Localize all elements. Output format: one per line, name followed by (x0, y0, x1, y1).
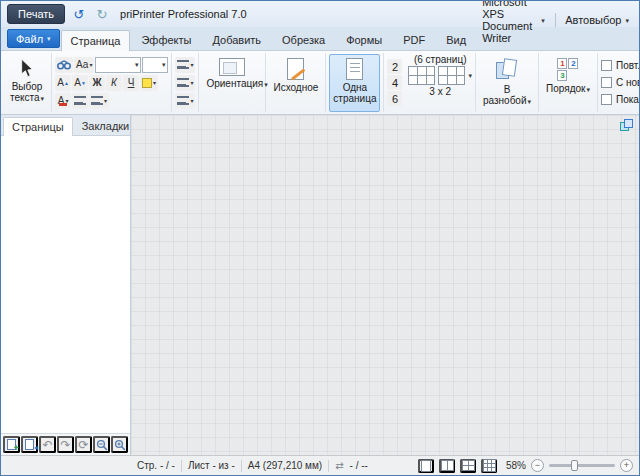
ribbon-group-alignment: ▾ ▾ ▾ (172, 53, 199, 112)
zoom-out-thumbnails-button[interactable] (93, 436, 110, 453)
paragraph-style-button[interactable] (72, 93, 88, 109)
status-sheet-info: Лист - из - (188, 460, 235, 471)
chevron-down-icon: ▾ (190, 98, 193, 104)
text-select-button[interactable]: Выбор текста▾ (6, 54, 48, 112)
bold-button[interactable]: Ж (89, 75, 105, 91)
ribbon-group-order: 1 2 3 Порядок▾ (539, 53, 598, 112)
magnifier-plus-icon (114, 439, 126, 451)
sidebar-tab-pages[interactable]: Страницы (3, 117, 73, 136)
zoom-out-button[interactable]: − (531, 459, 544, 472)
text-effects-button[interactable]: ▾ (89, 93, 109, 109)
font-case-button[interactable]: Аа ▾ (74, 57, 94, 73)
landscape-page-icon (219, 58, 245, 76)
print-preview-canvas[interactable] (131, 115, 639, 455)
new-sheet-checkbox[interactable] (601, 77, 612, 88)
preview-corner-icon[interactable] (620, 119, 634, 133)
tab-view[interactable]: Вид (436, 29, 476, 50)
binoculars-icon (57, 60, 71, 70)
zoom-in-thumbnails-button[interactable] (111, 436, 128, 453)
tab-page[interactable]: Страница (61, 30, 131, 51)
ribbon-group-shuffle: В разнобой▾ (476, 53, 539, 112)
quick-undo-icon[interactable]: ↺ (70, 5, 88, 23)
italic-button[interactable]: К (106, 75, 122, 91)
insert-page-button[interactable] (21, 436, 38, 453)
status-position-info: - / -- (350, 460, 368, 471)
sidebar-tab-bookmarks[interactable]: Закладки (73, 116, 139, 135)
order-digit: 2 (568, 58, 578, 69)
printer-select-dropdown[interactable]: Microsoft XPS Document Writer ▾ (476, 0, 551, 47)
shuffle-pages-button[interactable]: В разнобой▾ (479, 54, 535, 112)
chevron-down-icon: ▾ (541, 17, 545, 24)
one-page-label: Одна страница (333, 82, 376, 104)
layout-grid-3x2-icon[interactable] (408, 66, 435, 85)
zoom-in-button[interactable]: + (620, 459, 633, 472)
tab-insert[interactable]: Добавить (202, 29, 271, 50)
ribbon: Выбор текста▾ Аа ▾ (1, 51, 639, 115)
chevron-down-icon[interactable]: ▾ (468, 72, 472, 79)
quick-redo-icon[interactable]: ↻ (93, 5, 111, 23)
file-menu-button[interactable]: Файл ▾ (7, 29, 60, 48)
pages-layout-footer: 3 х 2 (429, 86, 451, 97)
zoom-slider-thumb[interactable] (571, 460, 578, 471)
main-body: Страницы Закладки ↶ ↷ ⟳ (1, 115, 639, 455)
original-layout-button[interactable]: Исходное (269, 54, 322, 112)
pages-2-button[interactable]: 2 (387, 59, 402, 74)
pages-6-button[interactable]: 6 (387, 91, 402, 106)
orientation-button[interactable]: Ориентация▾ (202, 54, 262, 112)
view-grid-9-button[interactable] (481, 459, 497, 473)
font-color-button[interactable]: А ▾ (55, 93, 71, 109)
page-order-button[interactable]: 1 2 3 Порядок▾ (542, 54, 594, 112)
two-page-view-icon (441, 460, 454, 471)
redo-button[interactable]: ↷ (57, 436, 74, 453)
font-case-label: Аа (76, 59, 88, 70)
view-single-page-button[interactable] (418, 459, 434, 473)
undo-button[interactable]: ↶ (39, 436, 56, 453)
view-two-pages-button[interactable] (439, 459, 455, 473)
status-paper-info[interactable]: A4 (297,210 мм) (248, 460, 322, 471)
chevron-down-icon: ▾ (41, 95, 45, 102)
pages-4-button[interactable]: 4 (387, 75, 402, 90)
tab-forms[interactable]: Формы (336, 29, 392, 50)
page-pencil-icon (287, 58, 304, 80)
paper-auto-select-dropdown[interactable]: Автовыбор ▾ (559, 11, 635, 29)
magnifier-minus-icon (96, 439, 108, 451)
find-button[interactable] (55, 57, 73, 73)
align-option-3-button[interactable]: ▾ (175, 93, 195, 109)
font-name-combo[interactable]: ▾ (95, 57, 141, 73)
grow-font-button[interactable]: А (55, 75, 71, 91)
window-title: priPrinter Professional 7.0 (120, 8, 247, 20)
text-select-label: Выбор текста (10, 81, 42, 103)
pages-thumbnail-panel[interactable] (1, 136, 130, 433)
zoom-percent: 58% (502, 460, 526, 471)
print-button[interactable]: Печать (7, 4, 65, 24)
nine-page-view-icon (483, 459, 496, 472)
shuffle-label: В разнобой (483, 84, 527, 106)
font-size-combo[interactable]: ▾ (142, 57, 168, 73)
tab-effects[interactable]: Эффекты (131, 29, 201, 50)
app-window: Печать ↺ ↻ priPrinter Professional 7.0 Ф… (0, 0, 640, 476)
tab-crop[interactable]: Обрезка (272, 29, 335, 50)
four-page-view-icon (462, 460, 475, 471)
repeat-checkbox[interactable] (601, 60, 612, 71)
cursor-arrow-icon (19, 58, 35, 79)
align-option-1-button[interactable]: ▾ (175, 57, 195, 73)
refresh-button[interactable]: ⟳ (75, 436, 92, 453)
tab-pdf[interactable]: PDF (393, 29, 435, 50)
zoom-slider[interactable] (549, 464, 615, 467)
chevron-down-icon: ▾ (528, 98, 532, 105)
one-page-button[interactable]: Одна страница (329, 54, 380, 112)
underline-button[interactable]: Ч (123, 75, 139, 91)
divider (241, 460, 242, 472)
font-color-letter: А (58, 95, 65, 106)
layout-grid-3x2-alt-icon[interactable] (438, 66, 465, 85)
ribbon-group-original: Исходное (266, 53, 326, 112)
new-sheet-checkbox-label: С нов... (616, 77, 640, 88)
add-page-button[interactable] (3, 436, 20, 453)
align-option-2-button[interactable]: ▾ (175, 75, 195, 91)
order-digit: 3 (557, 70, 567, 81)
highlight-button[interactable]: ▾ (140, 75, 158, 91)
single-page-view-icon (421, 460, 431, 472)
shrink-font-button[interactable]: А (72, 75, 88, 91)
show-checkbox[interactable] (601, 94, 612, 105)
view-grid-4-button[interactable] (460, 459, 476, 473)
